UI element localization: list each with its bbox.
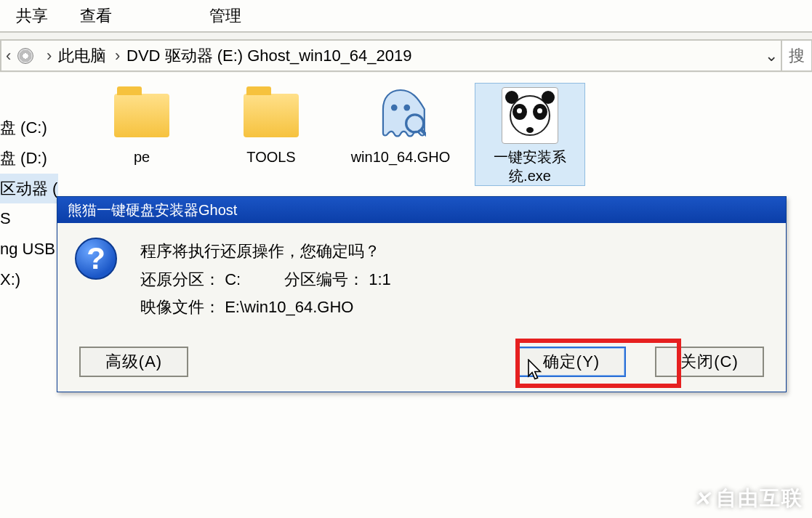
nav-tree[interactable]: 盘 (C:) 盘 (D:) 区动器 (E:) Gh S ng USB X:) bbox=[0, 73, 58, 518]
partition-label: 还原分区： bbox=[140, 270, 220, 288]
svg-point-1 bbox=[403, 105, 410, 111]
file-item-gho[interactable]: win10_64.GHO bbox=[346, 84, 455, 166]
folder-icon bbox=[244, 94, 299, 137]
image-label: 映像文件： bbox=[140, 298, 220, 316]
nav-item[interactable]: 盘 (C:) bbox=[0, 113, 58, 143]
partnum-label: 分区编号： bbox=[284, 270, 364, 288]
nav-item[interactable]: 盘 (D:) bbox=[0, 143, 58, 174]
history-dropdown-icon[interactable]: ⌄ bbox=[761, 46, 781, 65]
file-item-folder[interactable]: TOOLS bbox=[217, 84, 326, 166]
file-label: pe bbox=[87, 147, 196, 166]
nav-item[interactable]: ng USB bbox=[0, 234, 58, 264]
file-item-folder[interactable]: pe bbox=[87, 84, 196, 166]
panda-icon bbox=[475, 84, 584, 147]
nav-item-selected[interactable]: 区动器 (E:) Gh bbox=[0, 174, 58, 204]
tab-manage[interactable]: 管理 bbox=[193, 0, 257, 33]
tab-share[interactable]: 共享 bbox=[0, 0, 64, 33]
ghost-icon bbox=[346, 84, 455, 147]
watermark: ✕ 自由互联 bbox=[694, 485, 803, 512]
partition-value: C: bbox=[225, 270, 241, 288]
file-item-exe-selected[interactable]: 一键安装系统.exe bbox=[475, 84, 584, 185]
file-label: win10_64.GHO bbox=[346, 147, 455, 166]
svg-point-0 bbox=[391, 105, 398, 111]
image-value: E:\win10_64.GHO bbox=[225, 298, 353, 316]
dialog-title: 熊猫一键硬盘安装器Ghost bbox=[57, 197, 786, 223]
file-label: 一键安装系统.exe bbox=[475, 147, 584, 185]
search-input[interactable]: 搜 bbox=[781, 39, 812, 72]
breadcrumb-drive[interactable]: DVD 驱动器 (E:) Ghost_win10_64_2019 bbox=[122, 45, 417, 67]
ok-button[interactable]: 确定(Y) bbox=[517, 347, 626, 377]
cd-icon bbox=[17, 48, 33, 64]
nav-item[interactable]: S bbox=[0, 203, 58, 234]
partnum-value: 1:1 bbox=[369, 270, 391, 288]
chevron-right-icon: › bbox=[110, 46, 122, 65]
breadcrumb-pc[interactable]: 此电脑 bbox=[54, 45, 110, 67]
question-icon: ? bbox=[75, 238, 117, 280]
tab-view[interactable]: 查看 bbox=[64, 0, 128, 33]
dialog-message: 程序将执行还原操作，您确定吗？ bbox=[140, 238, 391, 266]
nav-back-icon[interactable]: ‹ bbox=[1, 46, 13, 65]
breadcrumb-root[interactable] bbox=[13, 48, 42, 64]
advanced-button[interactable]: 高级(A) bbox=[79, 347, 188, 377]
confirm-dialog: 熊猫一键硬盘安装器Ghost ? 程序将执行还原操作，您确定吗？ 还原分区： C… bbox=[57, 196, 787, 392]
watermark-x-icon: ✕ bbox=[694, 487, 712, 511]
nav-item[interactable]: X:) bbox=[0, 264, 58, 295]
dialog-text: 程序将执行还原操作，您确定吗？ 还原分区： C: 分区编号： 1:1 映像文件：… bbox=[140, 238, 391, 322]
file-label: TOOLS bbox=[217, 147, 326, 166]
ribbon-tabs: 共享 查看 管理 bbox=[0, 0, 812, 33]
watermark-text: 自由互联 bbox=[716, 485, 803, 512]
chevron-right-icon: › bbox=[42, 46, 54, 65]
address-bar[interactable]: ‹ › 此电脑 › DVD 驱动器 (E:) Ghost_win10_64_20… bbox=[0, 39, 812, 72]
close-button[interactable]: 关闭(C) bbox=[655, 347, 764, 377]
folder-icon bbox=[114, 94, 169, 137]
